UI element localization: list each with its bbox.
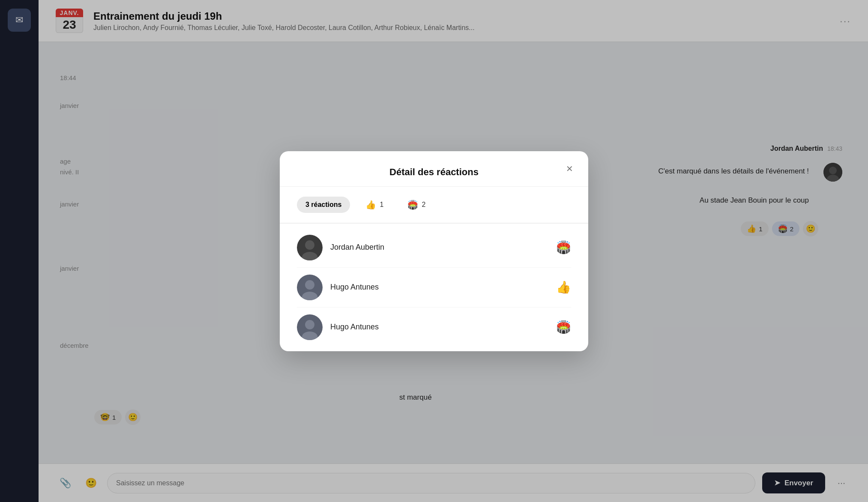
reactions-modal: Détail des réactions ✕ 3 réactions 👍 1 🏟… [280, 151, 588, 351]
modal-close-button[interactable]: ✕ [563, 162, 576, 176]
user-name-hugo-2: Hugo Antunes [330, 323, 548, 332]
avatar-hugo-1 [297, 275, 323, 300]
avatar-svg-hugo1 [297, 275, 323, 300]
reactions-list: Jordan Aubertin 🏟️ Hugo Antunes 👍 [280, 224, 588, 351]
tab-thumbs-emoji: 👍 [365, 200, 376, 210]
avatar-svg-hugo2 [297, 314, 323, 340]
tab-thumbs-count: 1 [380, 201, 383, 209]
modal-overlay[interactable]: Détail des réactions ✕ 3 réactions 👍 1 🏟… [0, 0, 868, 502]
tab-stadium-emoji: 🏟️ [407, 200, 418, 210]
tab-all-reactions[interactable]: 3 réactions [297, 197, 350, 213]
avatar-hugo-2 [297, 314, 323, 340]
reaction-filter-tabs: 3 réactions 👍 1 🏟️ 2 [280, 187, 588, 223]
svg-point-4 [305, 240, 314, 250]
user-name-hugo-1: Hugo Antunes [330, 283, 548, 292]
tab-thumbs-up[interactable]: 👍 1 [357, 195, 392, 214]
user-reaction-jordan: 🏟️ [556, 240, 571, 254]
modal-title: Détail des réactions [389, 167, 479, 178]
user-reaction-hugo-1: 👍 [556, 280, 571, 294]
modal-header: Détail des réactions ✕ [280, 151, 588, 187]
list-item: Hugo Antunes 👍 [297, 268, 571, 308]
user-name-jordan: Jordan Aubertin [330, 243, 548, 252]
list-item: Hugo Antunes 🏟️ [297, 308, 571, 347]
svg-point-7 [305, 280, 314, 290]
tab-stadium[interactable]: 🏟️ 2 [399, 195, 434, 214]
svg-point-10 [305, 320, 314, 329]
avatar-svg-jordan [297, 235, 323, 260]
tab-stadium-count: 2 [422, 201, 425, 209]
user-reaction-hugo-2: 🏟️ [556, 320, 571, 334]
avatar-jordan-modal [297, 235, 323, 260]
list-item: Jordan Aubertin 🏟️ [297, 228, 571, 268]
tab-all-label: 3 réactions [305, 201, 341, 209]
